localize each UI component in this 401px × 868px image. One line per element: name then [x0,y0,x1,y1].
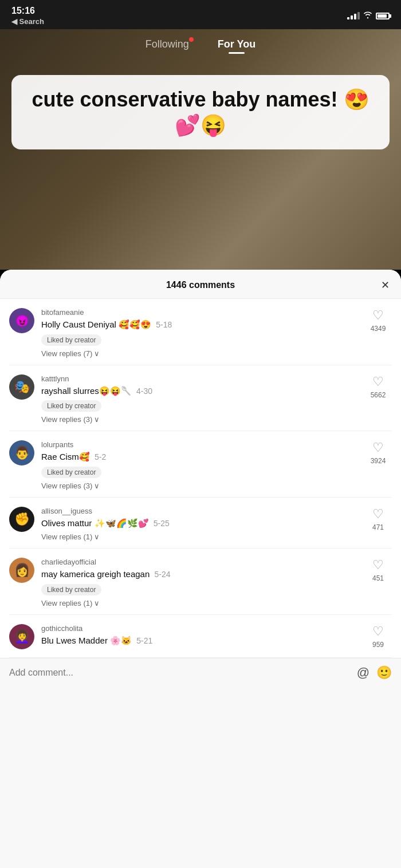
like-count: 4349 [371,325,386,333]
comment-item: 👩‍🦱 gothiccholita Blu Lwes Madder 🌸🐱 5-2… [9,615,392,658]
video-area: Following For You cute conservative baby… [0,29,401,270]
comment-date: 5-24 [154,570,170,579]
liked-badge: Liked by creator [41,584,101,595]
comments-panel: 1446 comments ✕ 😈 bitofameanie Holly Cau… [0,270,401,868]
avatar: 👨 [9,440,34,465]
comment-item: 🎭 katttlynn rayshall slurres😝😝🥄 4-30 Lik… [9,365,392,432]
comment-text: Blu Lwes Madder 🌸🐱 5-21 [41,634,357,647]
heart-icon[interactable]: ♡ [372,308,384,323]
avatar: 🎭 [9,374,34,400]
comment-text: rayshall slurres😝😝🥄 4-30 [41,385,357,397]
comment-body: gothiccholita Blu Lwes Madder 🌸🐱 5-21 [41,624,357,650]
status-time: 15:16 [11,6,44,16]
comment-body: charliedayofficial may kamerica greigh t… [41,558,357,607]
view-replies[interactable]: View replies (1) ∨ [41,599,357,607]
add-comment-input[interactable] [9,668,350,678]
comments-header: 1446 comments ✕ [0,270,401,299]
comment-text: Rae Cism🥰 5-2 [41,451,357,463]
view-replies[interactable]: View replies (3) ∨ [41,415,357,424]
tab-for-you[interactable]: For You [218,38,255,50]
like-count: 471 [372,523,384,531]
video-caption: cute conservative baby names! 😍💕😝 [11,75,390,149]
status-bar-left: 15:16 ◀ Search [11,6,44,26]
status-icons [347,11,390,21]
avatar: 😈 [9,308,34,333]
comment-item: ✊ allison__iguess Olives mattur ✨🦋🌈🌿💕 5-… [9,498,392,549]
heart-icon[interactable]: ♡ [372,624,384,639]
comment-username: charliedayofficial [41,558,357,566]
signal-icon [347,12,360,19]
comment-body: bitofameanie Holly Caust Deniyal 🥰🥰😍 5-1… [41,308,357,358]
comment-like-area: ♡ 451 [364,558,392,582]
comment-username: gothiccholita [41,624,357,633]
view-replies[interactable]: View replies (7) ∨ [41,349,357,358]
comment-body: allison__iguess Olives mattur ✨🦋🌈🌿💕 5-25… [41,507,357,542]
video-caption-text: cute conservative baby names! 😍💕😝 [32,88,369,137]
comment-date: 4-30 [136,386,152,396]
comment-like-area: ♡ 5662 [364,374,392,399]
avatar: 👩 [9,558,34,583]
comment-username: lolurpants [41,440,357,449]
wifi-icon [363,11,372,21]
comments-count: 1446 comments [166,280,235,290]
heart-icon[interactable]: ♡ [372,558,384,573]
view-replies[interactable]: View replies (1) ∨ [41,532,357,541]
comment-body: katttlynn rayshall slurres😝😝🥄 4-30 Liked… [41,374,357,424]
comment-body: lolurpants Rae Cism🥰 5-2 Liked by creato… [41,440,357,490]
comment-like-area: ♡ 959 [364,624,392,649]
top-nav: Following For You [0,29,401,55]
notification-dot [189,37,194,42]
comment-date: 5-18 [156,320,172,329]
comment-username: allison__iguess [41,507,357,515]
tab-following[interactable]: Following [146,38,189,50]
add-comment-bar: @ 🙂 [0,658,401,687]
at-icon[interactable]: @ [357,665,369,680]
like-count: 5662 [371,391,386,399]
like-count: 3924 [371,457,386,465]
comment-like-area: ♡ 4349 [364,308,392,333]
status-bar: 15:16 ◀ Search [0,0,401,29]
heart-icon[interactable]: ♡ [372,507,384,522]
battery-icon [376,13,390,19]
comment-date: 5-21 [136,636,152,645]
heart-icon[interactable]: ♡ [372,440,384,455]
search-back-btn[interactable]: ◀ Search [11,17,44,26]
avatar: ✊ [9,507,34,532]
comments-list: 😈 bitofameanie Holly Caust Deniyal 🥰🥰😍 5… [0,299,401,658]
comment-username: bitofameanie [41,308,357,317]
liked-badge: Liked by creator [41,400,101,412]
liked-badge: Liked by creator [41,467,101,478]
comment-item: 😈 bitofameanie Holly Caust Deniyal 🥰🥰😍 5… [9,299,392,365]
close-button[interactable]: ✕ [381,279,390,291]
emoji-icon[interactable]: 🙂 [376,665,392,680]
avatar: 👩‍🦱 [9,624,34,649]
liked-badge: Liked by creator [41,334,101,346]
comment-text: Holly Caust Deniyal 🥰🥰😍 5-18 [41,318,357,331]
heart-icon[interactable]: ♡ [372,374,384,389]
comment-like-area: ♡ 3924 [364,440,392,465]
comment-item: 👩 charliedayofficial may kamerica greigh… [9,549,392,615]
view-replies[interactable]: View replies (3) ∨ [41,482,357,490]
like-count: 959 [372,641,384,649]
like-count: 451 [372,574,384,582]
comment-username: katttlynn [41,374,357,383]
comment-item: 👨 lolurpants Rae Cism🥰 5-2 Liked by crea… [9,431,392,498]
comment-like-area: ♡ 471 [364,507,392,531]
comment-date: 5-25 [154,519,170,528]
comment-text: may kamerica greigh teagan 5-24 [41,568,357,581]
comment-date: 5-2 [95,452,106,461]
comment-text: Olives mattur ✨🦋🌈🌿💕 5-25 [41,517,357,530]
